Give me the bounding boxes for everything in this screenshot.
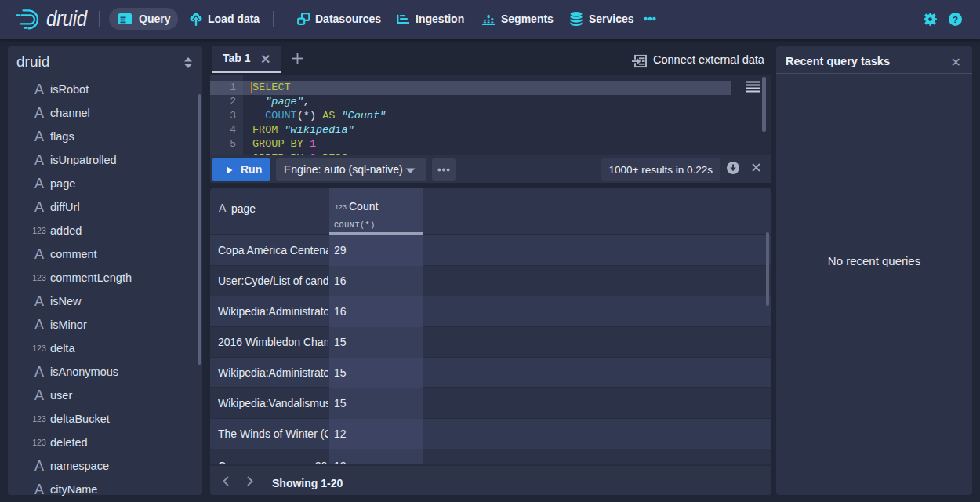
svg-text:?: ? bbox=[953, 14, 958, 24]
